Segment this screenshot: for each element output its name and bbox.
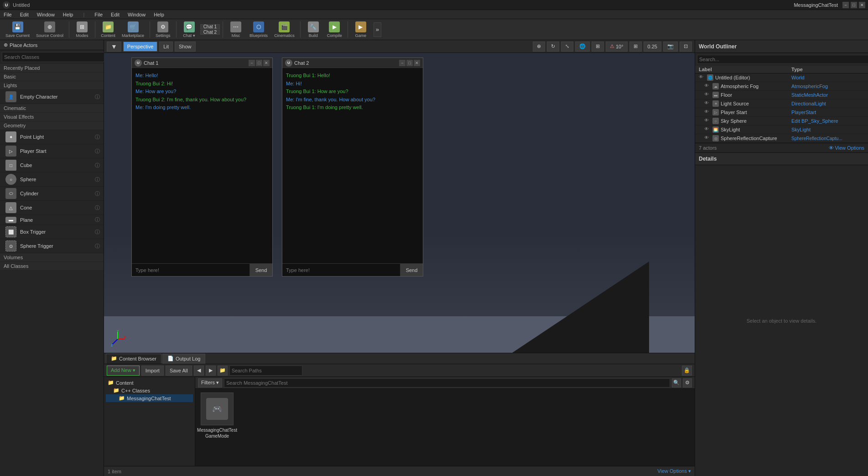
actor-sphere-trigger[interactable]: ⊙ Sphere Trigger ⓘ	[0, 239, 104, 253]
actor-cylinder[interactable]: ⬭ Cylinder ⓘ	[0, 187, 104, 201]
outliner-item-floor[interactable]: 👁 ▬ Floor StaticMeshActor	[695, 91, 868, 99]
outliner-item-untitled[interactable]: 👁 🌐 Untitled (Editor) World	[695, 73, 868, 82]
search-icon[interactable]: 🔍	[672, 378, 681, 387]
category-recently-placed[interactable]: Recently Placed	[0, 64, 104, 73]
category-geometry[interactable]: Geometry	[0, 121, 104, 130]
actor-plane[interactable]: ▬ Plane ⓘ	[0, 215, 104, 225]
menu-help2[interactable]: Help	[152, 11, 166, 18]
blueprints-button[interactable]: ⬡ Blueprints	[247, 21, 270, 38]
chat1-close[interactable]: ✕	[263, 60, 270, 66]
outliner-item-sphere-reflection[interactable]: 👁 ◎ SphereReflectionCapture SphereReflec…	[695, 134, 868, 143]
content-button[interactable]: 📁 Content	[98, 21, 118, 38]
chat1-send-button[interactable]: Send	[249, 264, 272, 276]
close-button[interactable]: ✕	[859, 2, 865, 8]
snap-scale-button[interactable]: ⊞	[629, 42, 642, 52]
chat2-menu-item[interactable]: Chat 2	[200, 30, 220, 35]
chat2-minimize[interactable]: −	[399, 60, 405, 66]
menu-window2[interactable]: Window	[126, 11, 147, 18]
actor-sphere[interactable]: ○ Sphere ⓘ	[0, 173, 104, 187]
actor-player-start[interactable]: ▷ Player Start ⓘ	[0, 144, 104, 158]
content-item-gamemode[interactable]: 🎮 MessagingChatTest GameMode	[199, 392, 235, 439]
view-options-button[interactable]: View Options ▾	[657, 468, 691, 474]
source-control-button[interactable]: ⊕ Source Control	[33, 21, 66, 38]
cinematics-button[interactable]: 🎬 Cinematics	[271, 21, 297, 38]
path-search-input[interactable]	[229, 366, 302, 376]
category-lights[interactable]: Lights	[0, 81, 104, 90]
actor-cone[interactable]: △ Cone ⓘ	[0, 201, 104, 215]
menu-window[interactable]: Window	[35, 11, 57, 18]
assets-search-input[interactable]	[224, 378, 670, 387]
scale-button[interactable]: ⤡	[561, 42, 573, 52]
marketplace-button[interactable]: 🛒 Marketplace	[119, 21, 147, 38]
snap-button[interactable]: ⊞	[592, 42, 604, 52]
outliner-view-options-button[interactable]: 👁 View Options	[829, 145, 864, 151]
menu-file[interactable]: File	[2, 11, 14, 18]
search-classes-input[interactable]	[2, 52, 105, 62]
lock-button[interactable]: 🔒	[682, 366, 692, 376]
tab-content-browser[interactable]: 📁 Content Browser	[106, 354, 161, 364]
chat-button[interactable]: 💬 Chat ▾	[179, 21, 199, 38]
outliner-item-light-source[interactable]: 👁 ☀ Light Source DirectionalLight	[695, 99, 868, 108]
misc-button[interactable]: ⋯ Misc	[226, 21, 246, 38]
build-button[interactable]: 🔧 Build	[303, 21, 323, 38]
eye-icon-7[interactable]: 👁	[704, 135, 711, 141]
category-cinematic[interactable]: Cinematic	[0, 104, 104, 113]
eye-icon-2[interactable]: 👁	[704, 92, 711, 98]
settings-icon[interactable]: ⚙	[683, 378, 692, 387]
category-visual-effects[interactable]: Visual Effects	[0, 113, 104, 121]
eye-icon-6[interactable]: 👁	[704, 126, 711, 133]
eye-icon-4[interactable]: 👁	[704, 109, 711, 115]
toolbar-expand-button[interactable]: »	[374, 22, 381, 37]
rotate-button[interactable]: ↻	[547, 42, 559, 52]
outliner-item-sky-sphere[interactable]: 👁 ○ Sky Sphere Edit BP_Sky_Sphere	[695, 117, 868, 126]
chat2-maximize[interactable]: □	[406, 60, 413, 66]
show-button[interactable]: Show	[175, 42, 196, 52]
maximize-viewport-button[interactable]: ⊡	[680, 42, 692, 52]
eye-icon-3[interactable]: 👁	[704, 100, 711, 107]
actor-empty-character[interactable]: 👤 Empty Character ⓘ	[0, 90, 104, 104]
add-new-button[interactable]: Add New ▾	[107, 366, 140, 376]
translate-button[interactable]: ⊕	[533, 42, 545, 52]
menu-file2[interactable]: File	[93, 11, 104, 18]
camera-button[interactable]: 📷	[663, 42, 678, 52]
perspective-button[interactable]: Perspective	[123, 42, 157, 52]
eye-icon-1[interactable]: 👁	[704, 83, 711, 89]
eye-icon-5[interactable]: 👁	[704, 118, 711, 124]
game-button[interactable]: ▶ Game	[351, 21, 371, 38]
outliner-item-skylight[interactable]: 👁 🌅 SkyLight SkyLight	[695, 126, 868, 134]
actor-box-trigger[interactable]: ⬜ Box Trigger ⓘ	[0, 225, 104, 239]
chat1-input[interactable]	[132, 264, 249, 276]
chat2-input[interactable]	[282, 264, 400, 276]
folder-cpp-classes[interactable]: 📁 C++ Classes	[106, 387, 193, 394]
nav-folder-button[interactable]: 📁	[218, 366, 228, 376]
tab-output-log[interactable]: 📄 Output Log	[162, 354, 205, 364]
eye-icon-0[interactable]: 👁	[699, 74, 705, 81]
chat2-send-button[interactable]: Send	[400, 264, 423, 276]
chat1-menu-item[interactable]: Chat 1	[200, 24, 220, 29]
minimize-button[interactable]: −	[842, 2, 849, 8]
import-button[interactable]: Import	[141, 366, 164, 376]
settings-button[interactable]: ⚙ Settings	[153, 21, 173, 38]
chat1-minimize[interactable]: −	[249, 60, 255, 66]
actor-point-light[interactable]: ✦ Point Light ⓘ	[0, 130, 104, 144]
nav-back-button[interactable]: ◀	[194, 366, 204, 376]
category-basic[interactable]: Basic	[0, 73, 104, 81]
menu-help[interactable]: Help	[61, 11, 75, 18]
actor-cube[interactable]: □ Cube ⓘ	[0, 158, 104, 173]
folder-content[interactable]: 📁 Content	[106, 379, 193, 387]
menu-edit[interactable]: Edit	[18, 11, 31, 18]
chat1-maximize[interactable]: □	[256, 60, 262, 66]
outliner-item-player-start[interactable]: 👁 ▷ Player Start PlayerStart	[695, 108, 868, 117]
save-current-button[interactable]: 💾 Save Current	[3, 21, 32, 38]
category-all-classes[interactable]: All Classes	[0, 262, 104, 271]
viewport-content[interactable]: U Chat 1 − □ ✕ Me: Hello! Truong Bui 2: …	[104, 53, 695, 353]
modes-button[interactable]: ⊞ Modes	[72, 21, 92, 38]
viewport-dropdown-button[interactable]: ▼	[107, 42, 121, 52]
menu-edit2[interactable]: Edit	[109, 11, 121, 18]
nav-forward-button[interactable]: ▶	[206, 366, 216, 376]
maximize-button[interactable]: □	[851, 2, 857, 8]
lit-button[interactable]: Lit	[159, 42, 173, 52]
save-all-button[interactable]: Save All	[166, 366, 192, 376]
outliner-item-atmo-fog[interactable]: 👁 ☁ Atmospheric Fog AtmosphericFog	[695, 82, 868, 91]
chat2-close[interactable]: ✕	[414, 60, 420, 66]
